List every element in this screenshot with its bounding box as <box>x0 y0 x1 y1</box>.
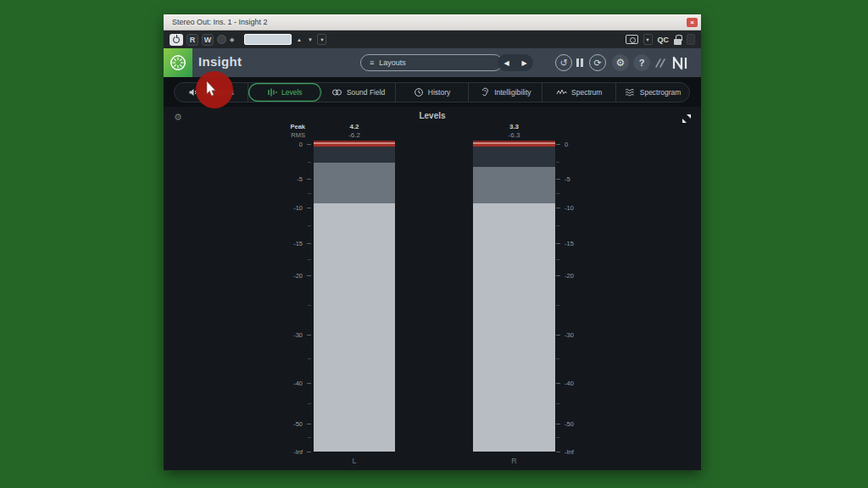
channel-label-right: R <box>473 457 555 465</box>
scale-tick <box>556 335 560 336</box>
tab-pill: Loudness Levels So <box>174 82 690 103</box>
scale-tick <box>307 383 311 384</box>
scale-label: -20 <box>293 271 303 279</box>
ear-icon <box>480 87 490 97</box>
scale-tick <box>307 208 311 208</box>
meter-segment-light <box>473 203 555 452</box>
preset-next-button[interactable]: ▼ <box>306 34 314 45</box>
scale-tick <box>307 179 311 180</box>
goggles-icon <box>331 87 342 97</box>
scale-label: -40 <box>565 379 574 386</box>
tab-spectrum[interactable]: Spectrum <box>542 83 616 102</box>
view-tab-bar: Loudness Levels So <box>164 77 701 107</box>
scale-tick <box>307 335 311 336</box>
channel-label-left: L <box>314 457 395 465</box>
functions-menu-button[interactable]: ▼ <box>643 34 653 45</box>
expand-icon[interactable] <box>682 114 692 124</box>
scale-tick-minor <box>308 225 311 226</box>
quick-controls-button[interactable]: QC <box>658 36 670 44</box>
scale-label: -50 <box>293 419 303 427</box>
scale-tick-minor <box>308 259 311 260</box>
scale-tick-minor <box>556 193 559 194</box>
previous-layout-button[interactable]: ◀ <box>498 54 515 71</box>
rms-value-left: -6.2 <box>314 131 395 139</box>
panel-title: Levels <box>164 111 701 120</box>
db-scale-right: 0-5-10-15-20-30-40-50-Inf <box>556 141 602 452</box>
scale-tick-minor <box>308 162 311 163</box>
tab-levels[interactable]: Levels <box>248 83 322 102</box>
menu-icon: ≡ <box>370 58 374 67</box>
window-title: Stereo Out: Ins. 1 - Insight 2 <box>172 18 268 26</box>
preset-previous-button[interactable]: ▲ <box>295 34 303 45</box>
peak-label: Peak <box>265 123 305 130</box>
burst-icon <box>169 53 187 72</box>
layout-nav: ◀ ▶ <box>498 54 533 71</box>
meter-segment-mid <box>314 163 395 203</box>
scale-tick <box>307 275 311 276</box>
meter-bars-icon <box>267 87 277 97</box>
layouts-dropdown[interactable]: ≡ Layouts <box>360 54 503 71</box>
tab-spectrogram[interactable]: Spectrogram <box>616 83 689 102</box>
scale-tick-minor <box>556 162 559 163</box>
scale-tick <box>556 144 560 145</box>
peak-value-left: 4.2 <box>314 123 395 130</box>
close-button[interactable]: × <box>687 18 698 27</box>
scale-label: -10 <box>565 203 574 211</box>
scale-tick <box>556 452 560 452</box>
meter-segment-dark <box>314 147 395 163</box>
scale-label: -15 <box>293 240 303 247</box>
plugin-window: Stereo Out: Ins. 1 - Insight 2 × R W ◆ ▲… <box>164 14 701 470</box>
help-button[interactable]: ? <box>633 54 650 71</box>
rms-value-right: -6.3 <box>473 131 555 139</box>
tab-sound-field[interactable]: Sound Field <box>322 83 396 102</box>
levels-panel: ⚙ Levels Peak RMS 4.2 3.3 -6.2 -6.3 0-5-… <box>164 107 701 470</box>
tab-intelligibility[interactable]: Intelligibility <box>469 83 542 102</box>
scale-tick-minor <box>308 403 311 404</box>
camera-icon[interactable] <box>626 35 638 44</box>
scale-tick <box>556 383 560 384</box>
scale-label: -Inf <box>293 448 303 456</box>
meter-segment-dark <box>473 147 555 167</box>
window-titlebar[interactable]: Stereo Out: Ins. 1 - Insight 2 × <box>164 14 701 30</box>
mouse-cursor-icon <box>206 81 217 97</box>
scale-tick-minor <box>556 437 559 438</box>
scale-label: -Inf <box>565 448 574 456</box>
scale-tick <box>307 424 311 424</box>
scale-tick <box>307 144 311 145</box>
layouts-label: Layouts <box>379 58 406 67</box>
bypass-power-button[interactable] <box>170 34 183 46</box>
scale-tick-minor <box>308 193 311 194</box>
reset-meters-button[interactable]: ⟳ <box>589 54 606 71</box>
preset-menu-button[interactable]: ▼ <box>317 34 326 45</box>
scale-label: 0 <box>565 141 568 148</box>
desktop-background: Stereo Out: Ins. 1 - Insight 2 × R W ◆ ▲… <box>0 0 868 488</box>
scale-label: -5 <box>565 175 570 183</box>
read-automation-button[interactable]: R <box>186 34 198 46</box>
write-automation-button[interactable]: W <box>202 34 214 46</box>
scale-tick-minor <box>556 305 559 306</box>
meter-segment-clip <box>473 141 555 147</box>
tab-history[interactable]: History <box>396 83 470 102</box>
pause-button[interactable] <box>576 58 583 67</box>
scale-label: -10 <box>293 203 303 211</box>
native-instruments-logo <box>672 57 693 69</box>
sidebar-toggle-button[interactable] <box>687 34 695 45</box>
reset-history-button[interactable]: ↺ <box>555 54 572 71</box>
diamond-icon[interactable]: ◆ <box>230 34 234 46</box>
scale-tick-minor <box>556 259 559 260</box>
preset-name-field[interactable] <box>244 34 292 45</box>
app-title: Insight <box>198 54 242 69</box>
scale-tick-minor <box>556 403 559 404</box>
peak-value-right: 3.3 <box>473 123 555 130</box>
next-layout-button[interactable]: ▶ <box>515 54 533 71</box>
settings-gear-button[interactable]: ⚙ <box>612 54 629 71</box>
host-toolbar: R W ◆ ▲ ▼ ▼ ▼ QC <box>164 30 701 48</box>
scale-label: -30 <box>565 331 574 339</box>
level-meter-right <box>473 141 555 452</box>
scale-tick-minor <box>308 305 311 306</box>
scale-tick <box>307 452 311 452</box>
knob-icon[interactable] <box>217 35 226 44</box>
scale-label: 0 <box>299 141 303 148</box>
scale-tick <box>307 243 311 244</box>
lock-icon[interactable] <box>674 35 682 45</box>
